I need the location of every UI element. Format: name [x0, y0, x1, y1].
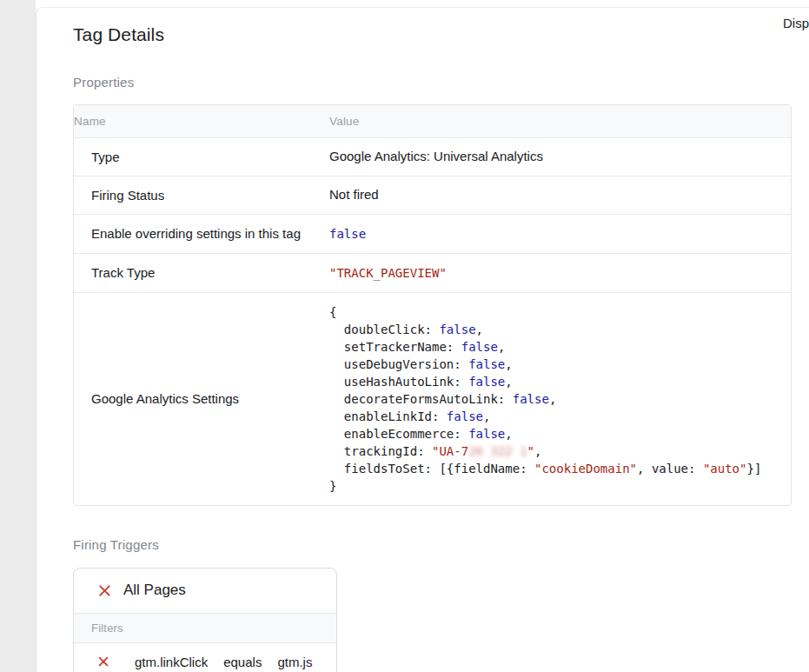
property-value-code: false — [329, 225, 791, 243]
code-text: }] — [746, 462, 761, 476]
property-value-text: Google Analytics: Universal Analytics — [329, 149, 543, 163]
properties-table-header-row: Name Value — [74, 105, 791, 137]
property-row: Firing StatusNot fired — [74, 176, 791, 214]
not-fired-x-icon — [96, 582, 113, 599]
property-row: Track Type"TRACK_PAGEVIEW" — [74, 253, 791, 292]
code-text: doubleClick: — [329, 323, 439, 336]
code-line: "TRACK_PAGEVIEW" — [329, 264, 791, 282]
code-text: , — [483, 409, 490, 423]
properties-table-container: Name Value TypeGoogle Analytics: Univers… — [73, 104, 792, 506]
property-name-cell: Google Analytics Settings — [74, 292, 329, 505]
code-keyword: false — [468, 357, 505, 371]
property-name-cell: Type — [74, 137, 329, 176]
code-string: "UA-7 — [432, 444, 468, 458]
code-string-redacted: 26 322 1 — [468, 444, 527, 458]
code-text: enableEcommerce: — [329, 427, 468, 441]
column-header-value: Value — [329, 105, 791, 137]
code-line: useHashAutoLink: false, — [329, 373, 791, 390]
code-text: decorateFormsAutoLink: — [329, 392, 513, 406]
code-text: { — [329, 305, 336, 319]
code-line: decorateFormsAutoLink: false, — [329, 390, 791, 408]
property-value-code: "TRACK_PAGEVIEW" — [329, 264, 791, 282]
code-keyword: false — [468, 427, 505, 441]
property-name-cell: Firing Status — [74, 176, 329, 214]
code-text: , — [505, 357, 512, 371]
code-text: } — [329, 479, 336, 493]
code-text: useDebugVersion: — [329, 357, 468, 371]
properties-section-title: Properties — [73, 75, 792, 90]
property-value-cell: { doubleClick: false, setTrackerName: fa… — [329, 292, 791, 505]
code-keyword: false — [468, 375, 505, 389]
filters-header: Filters — [74, 613, 336, 643]
code-text: , — [505, 427, 512, 441]
code-line: } — [329, 477, 791, 495]
filter-operator: equals — [223, 655, 262, 669]
code-text: , — [549, 392, 556, 406]
code-text: enableLinkId: — [329, 409, 447, 423]
code-string: " — [527, 444, 534, 458]
code-text: , — [498, 340, 505, 354]
code-keyword: false — [461, 340, 498, 354]
filter-variable: gtm.linkClick — [135, 655, 208, 669]
code-line: enableEcommerce: false, — [329, 425, 791, 442]
code-line: trackingId: "UA-726 322 1", — [329, 442, 791, 460]
code-text: trackingId: — [329, 444, 432, 458]
tag-details-panel: Disp Tag Details Properties Name Value T… — [36, 7, 809, 672]
trigger-name: All Pages — [123, 582, 186, 599]
code-keyword: false — [439, 323, 475, 336]
property-value-code: { doubleClick: false, setTrackerName: fa… — [329, 303, 791, 495]
code-line: useDebugVersion: false, — [329, 356, 791, 373]
properties-table: Name Value TypeGoogle Analytics: Univers… — [74, 105, 791, 505]
code-string: "TRACK_PAGEVIEW" — [329, 266, 447, 280]
code-text: , — [505, 375, 512, 389]
code-keyword: false — [329, 227, 366, 241]
code-line: setTrackerName: false, — [329, 338, 791, 356]
trigger-row: All Pages — [74, 569, 336, 613]
code-string: "auto" — [703, 462, 747, 476]
property-value-cell: Not fired — [329, 176, 791, 214]
property-value-cell: "TRACK_PAGEVIEW" — [329, 253, 791, 292]
code-line: false — [329, 225, 791, 243]
filter-not-matched-x-icon — [96, 655, 110, 669]
code-text: fieldsToSet: [{fieldName: — [329, 462, 534, 476]
code-keyword: false — [447, 409, 483, 423]
code-line: { — [329, 303, 791, 321]
column-header-name: Name — [74, 105, 329, 137]
property-row: Enable overriding settings in this tagfa… — [74, 214, 791, 253]
code-line: doubleClick: false, — [329, 321, 791, 338]
property-value-text: Not fired — [329, 187, 379, 202]
code-keyword: false — [513, 392, 549, 406]
property-value-cell: Google Analytics: Universal Analytics — [329, 137, 791, 176]
filter-row: gtm.linkClick equals gtm.js — [74, 643, 336, 672]
property-value-cell: false — [329, 214, 791, 253]
firing-triggers-section-title: Firing Triggers — [73, 537, 792, 553]
code-text: , — [534, 444, 541, 458]
page-background-strip — [0, 0, 36, 672]
property-row: Google Analytics Settings{ doubleClick: … — [74, 292, 791, 505]
code-text: , — [476, 323, 483, 336]
property-name-cell: Enable overriding settings in this tag — [74, 214, 329, 253]
code-line: fieldsToSet: [{fieldName: "cookieDomain"… — [329, 460, 791, 477]
display-options-link-partial[interactable]: Disp — [783, 16, 809, 30]
code-text: setTrackerName: — [329, 340, 461, 354]
code-line: enableLinkId: false, — [329, 408, 791, 425]
code-text: , value: — [637, 462, 703, 476]
code-string: "cookieDomain" — [534, 462, 637, 476]
trigger-card: All Pages Filters gtm.linkClick equals g… — [73, 568, 337, 672]
filter-value: gtm.js — [277, 655, 312, 669]
page-title: Tag Details — [73, 23, 792, 45]
property-row: TypeGoogle Analytics: Universal Analytic… — [74, 137, 791, 176]
property-name-cell: Track Type — [74, 253, 329, 292]
code-text: useHashAutoLink: — [329, 375, 468, 389]
